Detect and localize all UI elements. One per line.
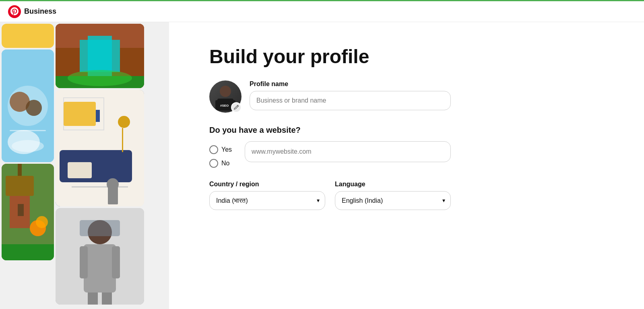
form-panel: Build your profile #SEO	[169, 22, 644, 309]
svg-rect-37	[112, 246, 120, 278]
language-field: Language English (India) ▾	[335, 181, 451, 210]
nav-brand-label: Business	[24, 7, 56, 16]
image-card-man	[56, 208, 144, 305]
treehouse-svg	[2, 164, 54, 260]
svg-rect-14	[2, 244, 54, 260]
image-card-treehouse	[2, 164, 54, 260]
svg-point-31	[107, 178, 119, 190]
man-svg	[56, 208, 144, 305]
svg-rect-38	[88, 293, 98, 305]
svg-rect-29	[122, 128, 123, 152]
svg-rect-9	[18, 164, 22, 176]
svg-rect-39	[102, 293, 112, 305]
svg-rect-5	[10, 130, 46, 131]
business-name-input[interactable]	[250, 91, 451, 110]
website-section: Do you have a website? Yes No	[209, 126, 451, 168]
image-col-2	[56, 24, 144, 305]
location-section: Country / region India (भारत) ▾ Language…	[209, 181, 451, 210]
image-card-food	[2, 49, 54, 162]
website-question: Do you have a website?	[209, 126, 451, 135]
interior-svg	[56, 90, 144, 206]
image-card-interior	[56, 90, 144, 206]
image-card-waterfall	[56, 24, 144, 88]
radio-no-label: No	[221, 160, 229, 167]
profile-name-label: Profile name	[250, 80, 451, 88]
radio-no-option[interactable]: No	[209, 159, 232, 168]
website-options: Yes No	[209, 141, 451, 168]
svg-rect-42	[215, 100, 220, 111]
svg-rect-35	[84, 244, 116, 293]
edit-icon	[233, 105, 239, 110]
avatar-edit-button[interactable]	[231, 102, 242, 113]
svg-rect-8	[6, 176, 34, 196]
country-field: Country / region India (भारत) ▾	[209, 181, 325, 210]
language-select-wrapper: English (India) ▾	[335, 191, 451, 210]
profile-section: #SEO Profile name	[209, 80, 451, 113]
svg-point-28	[118, 116, 130, 128]
svg-point-40	[220, 86, 231, 97]
svg-rect-11	[18, 204, 24, 216]
language-select[interactable]: English (India)	[335, 191, 451, 210]
svg-rect-23	[68, 102, 84, 122]
main-content: Build your profile #SEO	[0, 22, 644, 309]
country-select[interactable]: India (भारत)	[209, 191, 325, 210]
svg-point-6	[12, 140, 44, 152]
food-image-svg	[2, 49, 54, 162]
country-label: Country / region	[209, 181, 325, 188]
website-url-input[interactable]	[245, 141, 451, 162]
svg-point-20	[68, 70, 132, 86]
radio-yes-label: Yes	[221, 146, 232, 153]
svg-text:#SEO: #SEO	[220, 104, 229, 107]
svg-point-13	[36, 216, 48, 228]
image-panel	[0, 22, 169, 309]
radio-options: Yes No	[209, 141, 232, 168]
navbar: Business	[0, 1, 644, 22]
image-col-1	[2, 24, 54, 305]
image-card-yellow	[2, 24, 54, 48]
form-container: Build your profile #SEO	[209, 46, 451, 223]
svg-rect-27	[72, 186, 128, 187]
svg-point-4	[26, 100, 42, 116]
avatar-wrapper: #SEO	[209, 80, 242, 113]
radio-no[interactable]	[209, 159, 218, 168]
svg-rect-34	[80, 220, 120, 236]
country-select-wrapper: India (भारत) ▾	[209, 191, 325, 210]
language-label: Language	[335, 181, 451, 188]
waterfall-svg	[56, 24, 144, 88]
svg-rect-24	[86, 110, 100, 122]
pinterest-logo-icon	[8, 5, 21, 18]
svg-rect-26	[68, 162, 92, 178]
svg-rect-36	[80, 246, 88, 278]
profile-name-section: Profile name	[250, 80, 451, 110]
radio-yes-option[interactable]: Yes	[209, 145, 232, 154]
radio-yes[interactable]	[209, 145, 218, 154]
page-title: Build your profile	[209, 46, 451, 68]
